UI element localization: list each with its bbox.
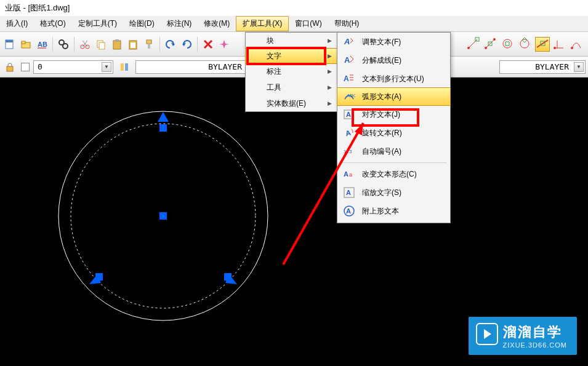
play-icon (476, 323, 498, 345)
svg-line-56 (350, 59, 353, 62)
svg-rect-47 (159, 212, 167, 220)
svg-text:a: a (349, 172, 352, 178)
menu-item-tool[interactable]: 工具▶ (246, 79, 337, 95)
snap-nearest-icon[interactable] (570, 37, 584, 52)
menu-item-change-style[interactable]: Aa 改变文本形态(C) (337, 165, 450, 183)
layer-props-icon[interactable] (117, 60, 132, 74)
layer-color-swatch[interactable] (21, 63, 30, 71)
lineweight-combo[interactable]: BYLAYER ▼ (499, 60, 586, 74)
svg-point-7 (63, 44, 68, 49)
menu-item-text[interactable]: 文字▶ (245, 48, 337, 64)
menu-modify[interactable]: 修改(M) (198, 16, 236, 31)
menu-item-entity[interactable]: 实体数据(E)▶ (246, 95, 337, 111)
chevron-right-icon: ▶ (328, 84, 332, 90)
undo-icon[interactable] (163, 37, 178, 52)
svg-rect-14 (113, 41, 121, 49)
separator (52, 37, 53, 52)
svg-point-31 (503, 39, 512, 48)
svg-rect-46 (159, 124, 167, 132)
arc-text-icon: ABC (342, 90, 356, 103)
chevron-right-icon: ▶ (328, 38, 332, 44)
format-brush-icon[interactable] (142, 37, 156, 52)
text-icon[interactable]: ABC (34, 37, 49, 52)
explode-text-icon: A (342, 54, 356, 67)
scale-text-icon: A (342, 186, 356, 199)
redo-icon[interactable] (179, 37, 194, 52)
chevron-down-icon[interactable]: ▼ (574, 62, 584, 72)
paste-special-icon[interactable] (126, 37, 140, 52)
svg-point-39 (554, 47, 556, 49)
menu-item-explode-text[interactable]: A 分解成线(E) (337, 51, 450, 70)
svg-rect-19 (148, 44, 150, 49)
svg-rect-18 (147, 40, 151, 44)
spark-icon[interactable] (217, 37, 232, 52)
layer-lock-icon[interactable] (2, 60, 17, 74)
menu-format[interactable]: 格式(O) (34, 16, 71, 31)
snap-midpoint-icon[interactable] (483, 37, 498, 52)
delete-icon[interactable] (201, 37, 215, 52)
watermark-subtitle: ZIXUE.3D66.COM (503, 341, 567, 349)
svg-text:123: 123 (344, 149, 352, 154)
svg-rect-42 (121, 63, 124, 71)
svg-text:A: A (344, 128, 352, 138)
snap-quadrant-icon[interactable] (518, 37, 533, 52)
ext-tools-menu: 块▶ 文字▶ 标注▶ 工具▶ 实体数据(E)▶ (245, 32, 337, 112)
svg-text:A: A (344, 74, 349, 83)
menu-insert[interactable]: 插入(I) (0, 16, 34, 31)
snap-endpoint-icon[interactable] (466, 37, 481, 52)
title-text: 业版 - [图纸1.dwg] (5, 2, 70, 14)
chevron-down-icon[interactable]: ▼ (102, 62, 111, 72)
open-icon[interactable] (18, 37, 33, 52)
menu-window[interactable]: 窗口(W) (289, 16, 328, 31)
svg-point-25 (467, 47, 470, 49)
menu-extended-tools[interactable]: 扩展工具(X) (236, 16, 289, 31)
menu-help[interactable]: 帮助(H) (328, 16, 366, 31)
watermark: 溜溜自学 ZIXUE.3D66.COM (469, 317, 577, 355)
menu-item-adjust-text[interactable]: A 调整文本(F) (337, 33, 450, 51)
menu-item-arc-text[interactable]: ABC 弧形文本(A) (337, 87, 451, 106)
menu-item-autonum[interactable]: 123 自动编号(A) (337, 142, 450, 161)
menu-item-dim[interactable]: 标注▶ (246, 63, 337, 79)
svg-text:A: A (344, 37, 350, 46)
layer-combo[interactable]: 0 ▼ (33, 60, 113, 74)
rotate-text-icon: A (342, 126, 356, 140)
layer-name: 0 (38, 62, 42, 71)
snap-tangent-icon[interactable] (535, 37, 550, 52)
separator (159, 37, 160, 52)
menu-item-scale-text[interactable]: A 缩放文字(S) (337, 183, 450, 202)
lineweight-value: BYLAYER (535, 62, 569, 71)
snap-center-icon[interactable] (501, 37, 515, 52)
svg-rect-41 (7, 66, 13, 71)
change-style-icon: Aa (342, 167, 356, 181)
menu-custom-tools[interactable]: 定制工具(T) (72, 16, 123, 31)
svg-point-40 (571, 47, 573, 49)
new-icon[interactable] (2, 37, 17, 52)
svg-text:ABC: ABC (347, 93, 355, 98)
svg-rect-13 (99, 42, 105, 49)
copy-icon[interactable] (94, 37, 108, 52)
svg-text:A: A (346, 207, 351, 215)
cut-icon[interactable] (78, 37, 92, 52)
paste-icon[interactable] (110, 37, 124, 52)
svg-point-29 (493, 38, 496, 41)
snap-perp-icon[interactable] (552, 37, 567, 52)
menu-bar: 插入(I) 格式(O) 定制工具(T) 绘图(D) 标注(N) 修改(M) 扩展… (0, 16, 588, 32)
svg-line-24 (469, 39, 477, 48)
menu-item-block[interactable]: 块▶ (246, 33, 337, 49)
find-icon[interactable] (56, 37, 71, 52)
menu-item-align-text[interactable]: A 对齐文本(J) (337, 105, 450, 124)
menu-draw[interactable]: 绘图(D) (123, 16, 161, 31)
svg-line-27 (486, 39, 494, 48)
linetype-combo[interactable]: BYLAYER (135, 60, 259, 74)
svg-rect-32 (505, 42, 509, 46)
mtext-icon: A (342, 72, 356, 86)
menu-item-attach-shape[interactable]: A 附上形文本 (337, 202, 450, 220)
menu-dimension[interactable]: 标注(N) (161, 16, 198, 31)
menu-item-rotate-text[interactable]: A 旋转文本(R) (337, 124, 450, 142)
menu-item-tomtext[interactable]: A 文本到多行文本(U) (337, 70, 450, 88)
svg-marker-50 (158, 112, 169, 122)
svg-rect-3 (22, 41, 25, 44)
chevron-right-icon: ▶ (328, 53, 332, 59)
svg-text:ABC: ABC (38, 41, 47, 48)
svg-line-55 (350, 56, 353, 59)
